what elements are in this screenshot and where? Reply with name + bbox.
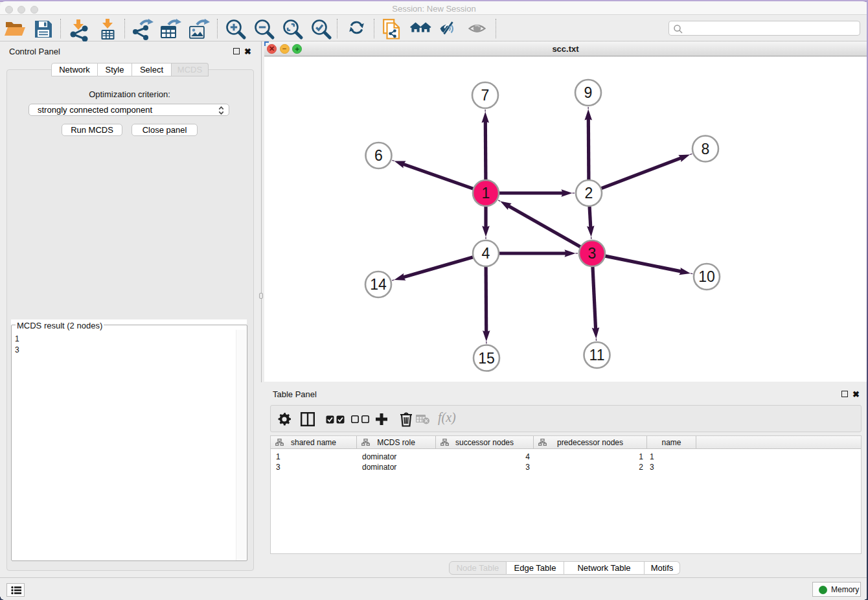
svg-text:2: 2: [585, 185, 593, 202]
svg-text:8: 8: [702, 141, 710, 157]
svg-text:11: 11: [589, 347, 605, 363]
svg-text:7: 7: [481, 87, 490, 104]
svg-text:9: 9: [584, 84, 593, 101]
svg-text:6: 6: [374, 147, 383, 164]
svg-text:15: 15: [478, 350, 495, 367]
svg-text:14: 14: [370, 276, 387, 293]
svg-text:3: 3: [588, 245, 597, 262]
svg-text:4: 4: [482, 245, 490, 262]
svg-text:10: 10: [698, 268, 715, 285]
svg-text:1: 1: [482, 185, 490, 202]
